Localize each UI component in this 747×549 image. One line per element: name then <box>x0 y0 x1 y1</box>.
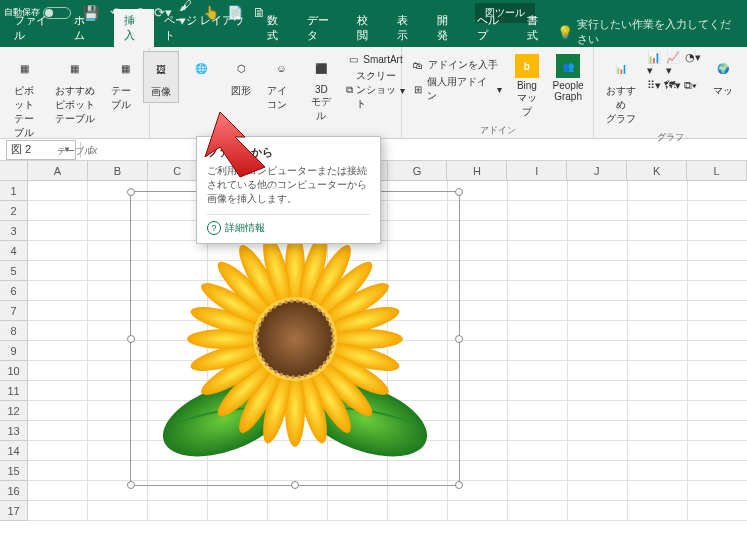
cell[interactable] <box>148 501 208 521</box>
pdf-icon[interactable]: 📄 <box>227 5 243 21</box>
cell[interactable] <box>568 221 628 241</box>
line-chart-icon[interactable]: 📈▾ <box>666 51 682 77</box>
cell[interactable] <box>28 221 88 241</box>
online-image-button[interactable]: 🌐 <box>183 51 219 85</box>
cell[interactable] <box>508 301 568 321</box>
cell[interactable] <box>568 441 628 461</box>
cell[interactable] <box>628 301 688 321</box>
select-all-corner[interactable] <box>0 161 28 180</box>
cell[interactable] <box>628 361 688 381</box>
cell[interactable] <box>28 381 88 401</box>
cell[interactable] <box>508 461 568 481</box>
cell[interactable] <box>688 361 747 381</box>
cell[interactable] <box>508 421 568 441</box>
icons-button[interactable]: ☺アイコン <box>263 51 299 115</box>
col-header[interactable]: G <box>388 161 448 180</box>
cell[interactable] <box>568 481 628 501</box>
shapes-button[interactable]: ⬡図形 <box>223 51 259 101</box>
cell[interactable] <box>568 321 628 341</box>
cell[interactable] <box>28 501 88 521</box>
cell[interactable] <box>28 181 88 201</box>
cell[interactable] <box>388 501 448 521</box>
cell[interactable] <box>208 501 268 521</box>
cell[interactable] <box>568 261 628 281</box>
col-header[interactable]: H <box>447 161 507 180</box>
bar-chart-icon[interactable]: 📊▾ <box>647 51 663 77</box>
cell[interactable] <box>448 501 508 521</box>
cell[interactable] <box>28 481 88 501</box>
row-header[interactable]: 4 <box>0 241 28 261</box>
cell[interactable] <box>28 321 88 341</box>
cell[interactable] <box>688 341 747 361</box>
cell[interactable] <box>508 261 568 281</box>
cell[interactable] <box>688 201 747 221</box>
tell-me-search[interactable]: 💡実行したい作業を入力してください <box>557 17 743 47</box>
preview-icon[interactable]: 🗎 <box>251 5 267 21</box>
cell[interactable] <box>688 221 747 241</box>
cell[interactable] <box>688 281 747 301</box>
cell[interactable] <box>688 401 747 421</box>
reset-icon[interactable]: ⟲ <box>107 5 123 21</box>
hier-chart-icon[interactable]: ◔▾ <box>685 51 701 77</box>
cell[interactable] <box>568 281 628 301</box>
cell[interactable] <box>628 201 688 221</box>
table-button[interactable]: ▦テーブル <box>107 51 143 115</box>
cell[interactable] <box>28 241 88 261</box>
row-header[interactable]: 10 <box>0 361 28 381</box>
col-header[interactable]: A <box>28 161 88 180</box>
cell[interactable] <box>568 461 628 481</box>
col-header[interactable]: B <box>88 161 148 180</box>
cell[interactable] <box>28 261 88 281</box>
cell[interactable] <box>688 461 747 481</box>
cell[interactable] <box>628 381 688 401</box>
cell[interactable] <box>628 501 688 521</box>
cell[interactable] <box>688 181 747 201</box>
my-addins-button[interactable]: ⊞個人用アドイン ▾ <box>408 74 505 104</box>
col-header[interactable]: J <box>567 161 627 180</box>
cell[interactable] <box>508 181 568 201</box>
tab-review[interactable]: 校閲 <box>347 9 387 47</box>
row-header[interactable]: 5 <box>0 261 28 281</box>
combo-chart-icon[interactable]: ⧉▾ <box>684 79 697 92</box>
redo-icon[interactable]: ⟳▾ <box>155 5 171 21</box>
tab-data[interactable]: データ <box>297 9 347 47</box>
tab-developer[interactable]: 開発 <box>427 9 467 47</box>
cell[interactable] <box>328 501 388 521</box>
row-header[interactable]: 9 <box>0 341 28 361</box>
cell[interactable] <box>28 461 88 481</box>
save-icon[interactable]: 💾 <box>83 5 99 21</box>
pivot-table-button[interactable]: ▦ピボット テーブル <box>6 51 42 143</box>
cell[interactable] <box>568 421 628 441</box>
cell[interactable] <box>688 261 747 281</box>
col-header[interactable]: L <box>687 161 747 180</box>
smartart-button[interactable]: ▭SmartArt <box>343 51 407 67</box>
cell[interactable] <box>508 201 568 221</box>
screenshot-button[interactable]: ⧉スクリーンショット ▾ <box>343 68 407 112</box>
cell[interactable] <box>568 501 628 521</box>
cell[interactable] <box>628 321 688 341</box>
tab-view[interactable]: 表示 <box>387 9 427 47</box>
cell[interactable] <box>508 281 568 301</box>
tab-help[interactable]: ヘルプ <box>467 9 517 47</box>
brush-icon[interactable]: 🖌▾ <box>179 5 195 21</box>
cell[interactable] <box>568 241 628 261</box>
cell[interactable] <box>688 241 747 261</box>
col-header[interactable]: K <box>627 161 687 180</box>
recommended-pivot-button[interactable]: ▦おすすめ ピボットテーブル <box>46 51 103 129</box>
cell[interactable] <box>628 401 688 421</box>
cell[interactable] <box>688 381 747 401</box>
map-button[interactable]: 🌍マッ <box>705 51 741 101</box>
geo-chart-icon[interactable]: 🗺▾ <box>664 79 681 92</box>
row-header[interactable]: 1 <box>0 181 28 201</box>
cell[interactable] <box>628 261 688 281</box>
row-header[interactable]: 6 <box>0 281 28 301</box>
cell[interactable] <box>628 481 688 501</box>
cell[interactable] <box>88 501 148 521</box>
touch-icon[interactable]: 👆 <box>203 5 219 21</box>
cell[interactable] <box>688 501 747 521</box>
cell[interactable] <box>568 181 628 201</box>
cell[interactable] <box>508 321 568 341</box>
cell[interactable] <box>508 221 568 241</box>
cell[interactable] <box>688 301 747 321</box>
cell[interactable] <box>28 421 88 441</box>
